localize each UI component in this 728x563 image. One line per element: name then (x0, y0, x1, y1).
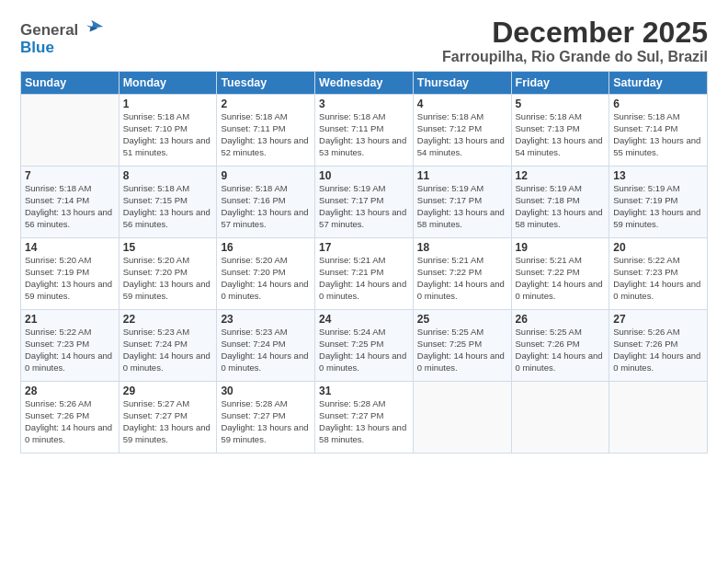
day-number: 16 (221, 241, 311, 254)
day-number: 15 (123, 241, 213, 254)
title-month-year: December 2025 (442, 17, 708, 49)
calendar-cell: 1Sunrise: 5:18 AMSunset: 7:10 PMDaylight… (119, 95, 217, 167)
calendar-cell: 22Sunrise: 5:23 AMSunset: 7:24 PMDayligh… (119, 310, 217, 382)
calendar-cell: 20Sunrise: 5:22 AMSunset: 7:23 PMDayligh… (609, 238, 708, 310)
calendar-cell: 23Sunrise: 5:23 AMSunset: 7:24 PMDayligh… (217, 310, 315, 382)
calendar-cell: 8Sunrise: 5:18 AMSunset: 7:15 PMDaylight… (119, 167, 217, 238)
header-wednesday: Wednesday (315, 72, 414, 95)
day-number: 8 (123, 169, 213, 182)
week-row-3: 21Sunrise: 5:22 AMSunset: 7:23 PMDayligh… (21, 310, 708, 382)
day-number: 13 (613, 169, 703, 182)
cell-info: Sunrise: 5:18 AMSunset: 7:10 PMDaylight:… (123, 111, 213, 158)
week-row-2: 14Sunrise: 5:20 AMSunset: 7:19 PMDayligh… (21, 238, 708, 310)
cell-info: Sunrise: 5:18 AMSunset: 7:11 PMDaylight:… (319, 111, 409, 158)
header-friday: Friday (511, 72, 609, 95)
calendar-cell: 14Sunrise: 5:20 AMSunset: 7:19 PMDayligh… (21, 238, 119, 310)
cell-info: Sunrise: 5:24 AMSunset: 7:25 PMDaylight:… (319, 327, 409, 373)
calendar-cell: 26Sunrise: 5:25 AMSunset: 7:26 PMDayligh… (511, 310, 609, 382)
calendar-cell: 25Sunrise: 5:25 AMSunset: 7:25 PMDayligh… (413, 310, 511, 382)
cell-info: Sunrise: 5:18 AMSunset: 7:11 PMDaylight:… (221, 111, 311, 158)
calendar-cell (413, 382, 511, 454)
cell-info: Sunrise: 5:28 AMSunset: 7:27 PMDaylight:… (319, 398, 409, 445)
cell-info: Sunrise: 5:22 AMSunset: 7:23 PMDaylight:… (25, 327, 115, 373)
calendar-cell: 3Sunrise: 5:18 AMSunset: 7:11 PMDaylight… (315, 95, 414, 167)
cell-info: Sunrise: 5:19 AMSunset: 7:18 PMDaylight:… (516, 183, 606, 230)
cell-info: Sunrise: 5:23 AMSunset: 7:24 PMDaylight:… (123, 327, 213, 373)
cell-info: Sunrise: 5:18 AMSunset: 7:12 PMDaylight:… (417, 111, 507, 158)
day-number: 27 (613, 313, 703, 326)
day-number: 28 (25, 385, 115, 397)
day-number: 19 (516, 241, 606, 254)
calendar-cell: 21Sunrise: 5:22 AMSunset: 7:23 PMDayligh… (21, 310, 119, 382)
header-monday: Monday (119, 72, 217, 95)
day-number: 14 (25, 241, 115, 254)
day-number: 9 (221, 169, 311, 182)
calendar-header-row: SundayMondayTuesdayWednesdayThursdayFrid… (21, 72, 708, 95)
calendar-cell: 6Sunrise: 5:18 AMSunset: 7:14 PMDaylight… (609, 95, 708, 167)
title-block: December 2025 Farroupilha, Rio Grande do… (442, 17, 708, 65)
header-saturday: Saturday (609, 72, 708, 95)
cell-info: Sunrise: 5:26 AMSunset: 7:26 PMDaylight:… (25, 398, 115, 445)
calendar-cell: 31Sunrise: 5:28 AMSunset: 7:27 PMDayligh… (315, 382, 414, 454)
cell-info: Sunrise: 5:21 AMSunset: 7:21 PMDaylight:… (319, 255, 409, 302)
cell-info: Sunrise: 5:22 AMSunset: 7:23 PMDaylight:… (613, 255, 703, 302)
calendar-cell (511, 382, 609, 454)
calendar-cell: 29Sunrise: 5:27 AMSunset: 7:27 PMDayligh… (119, 382, 217, 454)
calendar-cell: 12Sunrise: 5:19 AMSunset: 7:18 PMDayligh… (511, 167, 609, 238)
calendar-cell: 17Sunrise: 5:21 AMSunset: 7:21 PMDayligh… (315, 238, 414, 310)
day-number: 6 (613, 98, 703, 110)
cell-info: Sunrise: 5:18 AMSunset: 7:14 PMDaylight:… (25, 183, 115, 230)
day-number: 29 (123, 385, 213, 397)
calendar-cell: 28Sunrise: 5:26 AMSunset: 7:26 PMDayligh… (21, 382, 119, 454)
cell-info: Sunrise: 5:18 AMSunset: 7:14 PMDaylight:… (613, 111, 703, 158)
calendar-cell: 16Sunrise: 5:20 AMSunset: 7:20 PMDayligh… (217, 238, 315, 310)
day-number: 23 (221, 313, 311, 326)
day-number: 25 (417, 313, 507, 326)
cell-info: Sunrise: 5:18 AMSunset: 7:16 PMDaylight:… (221, 183, 311, 230)
header-sunday: Sunday (21, 72, 119, 95)
day-number: 26 (516, 313, 606, 326)
day-number: 12 (516, 169, 606, 182)
cell-info: Sunrise: 5:25 AMSunset: 7:26 PMDaylight:… (516, 327, 606, 373)
calendar-cell: 19Sunrise: 5:21 AMSunset: 7:22 PMDayligh… (511, 238, 609, 310)
cell-info: Sunrise: 5:23 AMSunset: 7:24 PMDaylight:… (221, 327, 311, 373)
day-number: 22 (123, 313, 213, 326)
cell-info: Sunrise: 5:28 AMSunset: 7:27 PMDaylight:… (221, 398, 311, 445)
day-number: 11 (417, 169, 507, 182)
calendar-cell: 7Sunrise: 5:18 AMSunset: 7:14 PMDaylight… (21, 167, 119, 238)
day-number: 24 (319, 313, 409, 326)
day-number: 21 (25, 313, 115, 326)
cell-info: Sunrise: 5:21 AMSunset: 7:22 PMDaylight:… (516, 255, 606, 302)
day-number: 17 (319, 241, 409, 254)
header-thursday: Thursday (413, 72, 511, 95)
week-row-0: 1Sunrise: 5:18 AMSunset: 7:10 PMDaylight… (21, 95, 708, 167)
logo-bird-icon (85, 17, 105, 37)
cell-info: Sunrise: 5:26 AMSunset: 7:26 PMDaylight:… (613, 327, 703, 373)
calendar-cell: 5Sunrise: 5:18 AMSunset: 7:13 PMDaylight… (511, 95, 609, 167)
calendar-cell (609, 382, 708, 454)
calendar-cell: 2Sunrise: 5:18 AMSunset: 7:11 PMDaylight… (217, 95, 315, 167)
cell-info: Sunrise: 5:21 AMSunset: 7:22 PMDaylight:… (417, 255, 507, 302)
logo-blue: Blue (20, 39, 54, 56)
week-row-4: 28Sunrise: 5:26 AMSunset: 7:26 PMDayligh… (21, 382, 708, 454)
logo: General Blue (20, 17, 105, 56)
week-row-1: 7Sunrise: 5:18 AMSunset: 7:14 PMDaylight… (21, 167, 708, 238)
cell-info: Sunrise: 5:19 AMSunset: 7:17 PMDaylight:… (319, 183, 409, 230)
calendar-cell: 18Sunrise: 5:21 AMSunset: 7:22 PMDayligh… (413, 238, 511, 310)
cell-info: Sunrise: 5:20 AMSunset: 7:20 PMDaylight:… (221, 255, 311, 302)
day-number: 18 (417, 241, 507, 254)
day-number: 20 (613, 241, 703, 254)
page: General Blue December 2025 Farroupilha, … (0, 0, 728, 563)
calendar-cell: 27Sunrise: 5:26 AMSunset: 7:26 PMDayligh… (609, 310, 708, 382)
cell-info: Sunrise: 5:19 AMSunset: 7:17 PMDaylight:… (417, 183, 507, 230)
cell-info: Sunrise: 5:19 AMSunset: 7:19 PMDaylight:… (613, 183, 703, 230)
cell-info: Sunrise: 5:25 AMSunset: 7:25 PMDaylight:… (417, 327, 507, 373)
title-location: Farroupilha, Rio Grande do Sul, Brazil (442, 49, 708, 65)
day-number: 2 (221, 98, 311, 110)
calendar-cell: 15Sunrise: 5:20 AMSunset: 7:20 PMDayligh… (119, 238, 217, 310)
calendar-cell: 30Sunrise: 5:28 AMSunset: 7:27 PMDayligh… (217, 382, 315, 454)
calendar-cell: 24Sunrise: 5:24 AMSunset: 7:25 PMDayligh… (315, 310, 414, 382)
calendar-cell: 11Sunrise: 5:19 AMSunset: 7:17 PMDayligh… (413, 167, 511, 238)
day-number: 31 (319, 385, 409, 397)
cell-info: Sunrise: 5:18 AMSunset: 7:15 PMDaylight:… (123, 183, 213, 230)
